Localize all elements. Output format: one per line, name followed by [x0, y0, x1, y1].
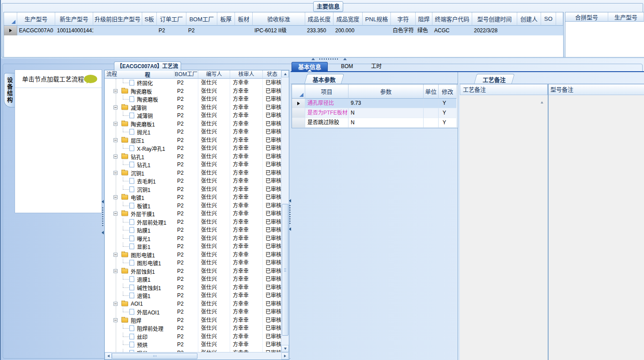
tree-collapse-toggle[interactable] — [114, 253, 117, 257]
splitter-grip[interactable] — [319, 58, 339, 60]
column-header[interactable]: S板 — [142, 12, 157, 26]
tree-row-file[interactable]: 退锡1P2张仕兴方幸幸已审核 — [105, 291, 281, 300]
column-header[interactable]: 终端客户代码 — [432, 12, 472, 26]
tree-node[interactable]: 抛光1 — [105, 128, 174, 136]
grid-cell[interactable]: ACGC — [432, 26, 472, 35]
param-cell[interactable]: 9.73 — [349, 99, 424, 108]
tree-collapse-toggle[interactable] — [114, 154, 117, 158]
tree-node[interactable]: 碱性蚀刻1 — [105, 283, 174, 292]
grid-cell[interactable]: P2 — [157, 26, 186, 35]
tree-column-header[interactable]: 编写人 — [198, 70, 230, 79]
tree-horizontal-scrollbar[interactable] — [105, 352, 289, 360]
column-header[interactable]: 升级前旧生产型号 — [93, 12, 142, 26]
tree-row-file[interactable]: 外层AOI1P2张仕兴方幸幸已审核 — [105, 308, 281, 316]
tree-row-file[interactable]: 碱性蚀刻1P2张仕兴方幸幸已审核 — [105, 283, 281, 292]
tree-row-file[interactable]: 终固化P2张仕兴方幸幸已审核 — [105, 79, 281, 87]
tab-process-notes[interactable]: 工艺备注 — [474, 74, 515, 84]
tree-node[interactable]: 外层干膜1 — [105, 210, 174, 218]
tree-row-file[interactable]: 减薄铜P2张仕兴方幸幸已审核 — [105, 111, 281, 120]
tree-row-folder[interactable]: 层压1P2张仕兴方幸幸已审核 — [105, 136, 281, 145]
grid-cell[interactable]: P2 — [186, 26, 217, 35]
tab-bom[interactable]: BOM — [335, 62, 359, 71]
tree-row-file[interactable]: 沉铜1P2张仕兴方幸幸已审核 — [105, 185, 281, 194]
tree-collapse-toggle[interactable] — [114, 89, 117, 93]
grid-cell[interactable]: 绿色 — [416, 26, 432, 35]
param-select-all-cell[interactable] — [292, 84, 305, 99]
tree-row-folder[interactable]: 沉铜1P2张仕兴方幸幸已审核 — [105, 169, 281, 177]
select-all-cell[interactable] — [4, 12, 17, 26]
column-header[interactable]: 字符 — [391, 12, 416, 26]
tree-node[interactable]: 减薄铜 — [105, 103, 174, 112]
param-cell[interactable]: 通孔厚径比 — [305, 99, 349, 108]
main-grid-selected-row[interactable]: EACGC007A010011400014410P2P2IPC-6012 II级… — [4, 26, 563, 35]
tree-collapse-toggle[interactable] — [114, 105, 117, 109]
tree-node[interactable]: 曝光1 — [105, 234, 174, 243]
tree-row-folder[interactable]: 图形电镀1P2张仕兴方幸幸已审核 — [105, 251, 281, 259]
tree-row-file[interactable]: 丝印P2张仕兴方幸幸已审核 — [105, 333, 281, 341]
param-cell[interactable] — [424, 108, 439, 118]
grid-cell[interactable] — [217, 26, 235, 35]
tree-node[interactable]: 钻孔1 — [105, 161, 174, 169]
grid-cell[interactable] — [363, 26, 391, 35]
grid-cell[interactable]: 200.000 — [333, 26, 363, 35]
param-column-header[interactable]: 项目 — [305, 84, 349, 99]
tree-column-header[interactable]: 核审人 — [230, 70, 263, 79]
tree-node[interactable]: 沉铜1 — [105, 169, 174, 177]
grid-cell[interactable]: 白色字符 — [391, 26, 416, 35]
column-header[interactable]: 生产型号 — [608, 12, 644, 22]
column-header[interactable]: 创建人 — [517, 12, 541, 26]
param-row[interactable]: 是否跳过除胶NY — [292, 118, 458, 128]
column-header[interactable]: 合拼型号 — [565, 12, 608, 22]
tree-row-file[interactable]: 曝光P2张仕兴方幸幸已审核 — [105, 349, 281, 352]
grid-cell[interactable]: IPC-6012 II级 — [253, 26, 305, 35]
tree-node[interactable]: 阻焊前处理 — [105, 324, 174, 333]
collapse-left-icon[interactable] — [289, 227, 291, 231]
grid-cell[interactable]: 10011400014410 — [55, 26, 93, 35]
column-header[interactable]: 板厚 — [217, 12, 235, 26]
tree-row-file[interactable]: 显影1P2张仕兴方幸幸已审核 — [105, 242, 281, 251]
process-notes-area[interactable] — [460, 95, 541, 360]
horizontal-scroll-thumb[interactable] — [112, 353, 197, 359]
notes-scrollbar[interactable] — [541, 95, 548, 360]
column-header[interactable]: 板材 — [235, 12, 253, 26]
tree-node[interactable]: X-Ray冲孔1 — [105, 144, 174, 153]
column-header[interactable]: 成品宽度 — [333, 12, 363, 26]
tree-row-folder[interactable]: 减薄铜P2张仕兴方幸幸已审核 — [105, 103, 281, 112]
column-header[interactable]: 阻焊 — [416, 12, 432, 26]
param-cell[interactable]: Y — [439, 108, 457, 118]
tree-collapse-toggle[interactable] — [114, 212, 117, 216]
column-header[interactable]: PNL规格 — [363, 12, 391, 26]
tree-row-file[interactable]: 去毛刺1P2张仕兴方幸幸已审核 — [105, 177, 281, 185]
param-row[interactable]: 是否为PTFE板材NY — [292, 108, 458, 118]
tree-column-header[interactable]: BOM工厂 — [174, 70, 198, 79]
tree-node[interactable]: 外层前处理1 — [105, 218, 174, 226]
tree-node[interactable]: 陶瓷磨板 — [105, 95, 174, 103]
tree-row-file[interactable]: 抛光1P2张仕兴方幸幸已审核 — [105, 128, 281, 136]
tree-collapse-toggle[interactable] — [114, 171, 117, 175]
tree-node[interactable]: 陶瓷磨板 — [105, 87, 174, 96]
tree-node[interactable]: 层压1 — [105, 136, 174, 145]
tree-row-file[interactable]: X-Ray冲孔1P2张仕兴方幸幸已审核 — [105, 144, 281, 153]
param-cell[interactable]: N — [349, 118, 424, 128]
tree-row-folder[interactable]: 陶瓷磨板1P2张仕兴方幸幸已审核 — [105, 120, 281, 128]
tree-node[interactable]: 阻焊 — [105, 316, 174, 325]
tree-node[interactable]: AOI1 — [105, 300, 174, 308]
tree-node[interactable]: 显影1 — [105, 242, 174, 251]
tree-node[interactable]: 退锡1 — [105, 291, 174, 300]
grid-cell[interactable] — [517, 26, 541, 35]
splitter-grip[interactable] — [289, 205, 291, 225]
column-header[interactable]: 型号创建时间 — [472, 12, 517, 26]
column-header[interactable]: 生产型号 — [17, 12, 55, 26]
tree-node[interactable]: 图形电镀1 — [105, 251, 174, 259]
tree-row-file[interactable]: 图形电镀1P2张仕兴方幸幸已审核 — [105, 259, 281, 267]
column-header[interactable]: 验收标准 — [253, 12, 305, 26]
scroll-left-button[interactable] — [105, 352, 112, 360]
tree-column-header[interactable]: 状态 — [263, 70, 282, 79]
tab-device-structure[interactable]: 设备结构 — [4, 73, 15, 107]
grid-cell[interactable] — [235, 26, 253, 35]
tab-basic-params[interactable]: 基本参数 — [304, 74, 345, 84]
tree-node[interactable]: 曝光 — [105, 349, 174, 352]
tree-row-folder[interactable]: 电镀1P2张仕兴方幸幸已审核 — [105, 193, 281, 202]
top-collapse-handle[interactable] — [311, 57, 347, 61]
collapse-up-icon[interactable] — [343, 58, 347, 60]
